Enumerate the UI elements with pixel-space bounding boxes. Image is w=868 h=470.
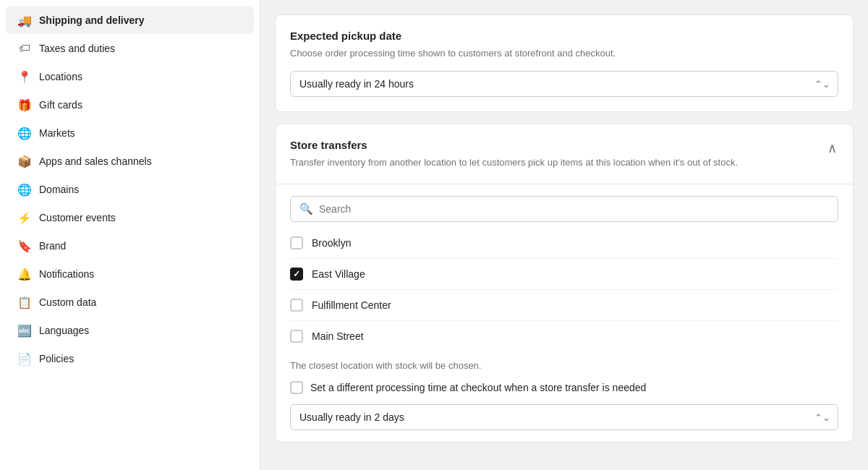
sidebar: 🚚 Shipping and delivery 🏷 Taxes and duti… <box>0 0 260 470</box>
languages-icon: 🔤 <box>17 323 32 338</box>
fulfillment-checkbox[interactable] <box>290 299 303 312</box>
sidebar-item-label: Brand <box>39 240 66 252</box>
sidebar-item-gift-cards[interactable]: 🎁 Gift cards <box>6 91 254 119</box>
domains-icon: 🌐 <box>17 182 32 197</box>
sidebar-item-label: Taxes and duties <box>39 43 115 54</box>
sidebar-item-custom-data[interactable]: 📋 Custom data <box>6 289 254 316</box>
sidebar-item-notifications[interactable]: 🔔 Notifications <box>6 260 254 288</box>
store-transfers-title: Store transfers <box>290 139 738 151</box>
sidebar-item-label: Languages <box>39 325 89 336</box>
main-street-label: Main Street <box>312 330 364 342</box>
sidebar-item-markets[interactable]: 🌐 Markets <box>6 119 254 147</box>
markets-icon: 🌐 <box>17 126 32 140</box>
location-list: Brooklyn East Village Fulfillment Center… <box>290 228 838 351</box>
apps-icon: 📦 <box>17 154 32 168</box>
sidebar-item-shipping[interactable]: 🚚 Shipping and delivery <box>6 7 254 34</box>
processing-select-wrapper[interactable]: Usually ready in 2 days Usually ready in… <box>290 404 838 430</box>
search-icon: 🔍 <box>299 202 313 215</box>
sidebar-item-label: Locations <box>39 71 82 82</box>
processing-select[interactable]: Usually ready in 2 days Usually ready in… <box>291 405 838 430</box>
sidebar-item-locations[interactable]: 📍 Locations <box>6 63 254 90</box>
location-row-east-village: East Village <box>290 259 838 290</box>
expected-pickup-desc: Choose order processing time shown to cu… <box>290 46 838 61</box>
sidebar-item-label: Gift cards <box>39 99 82 111</box>
pickup-select-wrapper[interactable]: Usually ready in 24 hours Usually ready … <box>290 71 838 97</box>
sidebar-item-brand[interactable]: 🔖 Brand <box>6 232 254 260</box>
taxes-icon: 🏷 <box>17 41 32 56</box>
sidebar-item-customer-events[interactable]: ⚡ Customer events <box>6 204 254 231</box>
sidebar-item-label: Apps and sales channels <box>39 155 152 167</box>
customer-events-icon: ⚡ <box>17 210 32 225</box>
expected-pickup-section: Expected pickup date Choose order proces… <box>276 15 853 111</box>
sidebar-item-label: Notifications <box>39 268 94 280</box>
custom-data-icon: 📋 <box>17 295 32 309</box>
sidebar-item-label: Custom data <box>39 296 96 308</box>
locations-icon: 📍 <box>17 69 32 84</box>
sidebar-item-label: Customer events <box>39 212 116 223</box>
shipping-icon: 🚚 <box>17 13 32 27</box>
sidebar-item-label: Domains <box>39 184 79 195</box>
store-transfers-desc: Transfer inventory from another location… <box>290 155 738 170</box>
sidebar-item-domains[interactable]: 🌐 Domains <box>6 176 254 203</box>
location-hint: The closest location with stock will be … <box>290 360 838 371</box>
location-search-box[interactable]: 🔍 <box>290 196 838 222</box>
location-search-input[interactable] <box>319 203 829 215</box>
east-village-checkbox[interactable] <box>290 268 303 281</box>
policies-icon: 📄 <box>17 351 32 366</box>
sidebar-item-languages[interactable]: 🔤 Languages <box>6 317 254 344</box>
pickup-select[interactable]: Usually ready in 24 hours Usually ready … <box>291 72 838 96</box>
store-transfers-card: Store transfers Transfer inventory from … <box>275 124 854 443</box>
expected-pickup-title: Expected pickup date <box>290 30 838 42</box>
sidebar-item-label: Shipping and delivery <box>39 14 144 26</box>
sidebar-item-taxes[interactable]: 🏷 Taxes and duties <box>6 35 254 62</box>
processing-time-label: Set a different processing time at check… <box>310 382 646 393</box>
sidebar-item-policies[interactable]: 📄 Policies <box>6 345 254 372</box>
store-transfers-header: Store transfers Transfer inventory from … <box>276 124 853 185</box>
gift-cards-icon: 🎁 <box>17 98 32 112</box>
location-row-fulfillment: Fulfillment Center <box>290 290 838 321</box>
main-content: Expected pickup date Choose order proces… <box>260 0 868 470</box>
brooklyn-checkbox[interactable] <box>290 236 303 249</box>
location-row-main-street: Main Street <box>290 321 838 351</box>
fulfillment-label: Fulfillment Center <box>312 299 391 311</box>
location-row-brooklyn: Brooklyn <box>290 228 838 259</box>
main-street-checkbox[interactable] <box>290 330 303 343</box>
store-transfers-header-text: Store transfers Transfer inventory from … <box>290 139 738 170</box>
sidebar-item-label: Policies <box>39 353 74 364</box>
store-transfers-body: 🔍 Brooklyn East Village Fulfillment Cent… <box>276 184 853 442</box>
brand-icon: 🔖 <box>17 239 32 253</box>
brooklyn-label: Brooklyn <box>312 237 351 249</box>
notifications-icon: 🔔 <box>17 267 32 281</box>
processing-time-row: Set a different processing time at check… <box>290 381 838 394</box>
expected-pickup-card: Expected pickup date Choose order proces… <box>275 14 854 112</box>
sidebar-item-apps[interactable]: 📦 Apps and sales channels <box>6 148 254 175</box>
collapse-button[interactable]: ∧ <box>826 139 838 158</box>
east-village-label: East Village <box>312 268 365 280</box>
sidebar-item-label: Markets <box>39 127 75 139</box>
processing-time-checkbox[interactable] <box>290 381 303 394</box>
